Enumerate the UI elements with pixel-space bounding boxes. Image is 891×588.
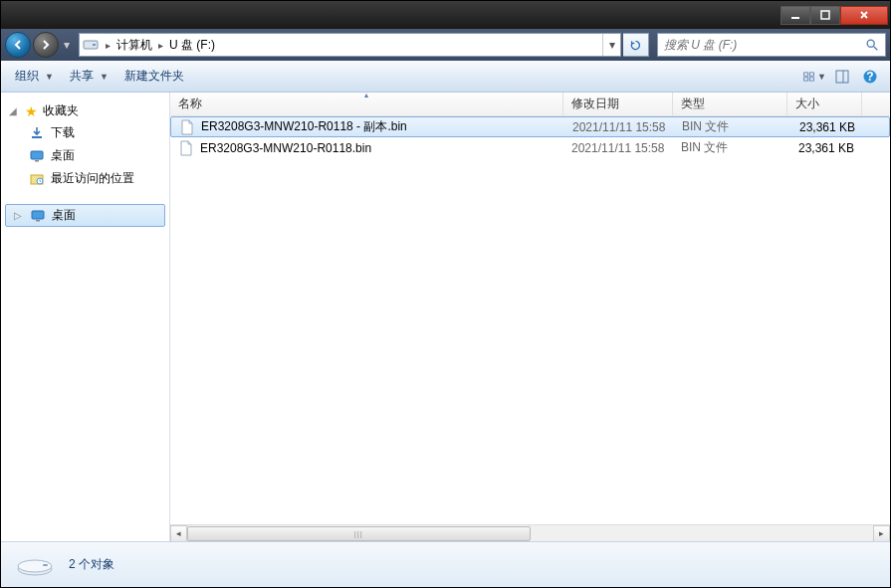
desktop-group: ▷ 桌面	[1, 204, 169, 227]
svg-text:?: ?	[866, 70, 873, 84]
close-button[interactable]	[840, 6, 888, 25]
recent-icon	[29, 171, 45, 187]
sidebar-item-label: 下载	[51, 124, 75, 141]
navigation-pane: ◢ ★ 收藏夹 下载 桌面 最近访问的位置	[1, 93, 170, 541]
search-input[interactable]	[664, 38, 865, 52]
svg-rect-14	[31, 151, 43, 159]
column-headers: 名称 修改日期 类型 大小	[170, 93, 890, 116]
search-box[interactable]	[657, 33, 886, 57]
body-area: ◢ ★ 收藏夹 下载 桌面 最近访问的位置	[1, 93, 890, 541]
column-header-date[interactable]: 修改日期	[563, 93, 673, 115]
minimize-button[interactable]	[780, 6, 810, 25]
nav-history-dropdown[interactable]: ▾	[61, 38, 73, 52]
file-icon	[179, 119, 195, 135]
drive-icon	[80, 39, 102, 51]
sidebar-item-recent[interactable]: 最近访问的位置	[1, 167, 169, 190]
share-menu[interactable]: 共享▼	[64, 65, 114, 88]
download-icon	[29, 125, 45, 141]
sidebar-item-label: 桌面	[52, 207, 76, 224]
file-type: BIN 文件	[673, 139, 787, 156]
file-row[interactable]: ER3208G3-MNW210-R0118.bin2021/11/11 15:5…	[170, 137, 890, 158]
back-button[interactable]	[5, 32, 31, 58]
column-header-type[interactable]: 类型	[673, 93, 787, 115]
file-icon	[178, 140, 194, 156]
svg-rect-3	[93, 44, 96, 46]
file-name: ER3208G3-MNW210-R0118 - 副本.bin	[201, 118, 407, 135]
search-icon	[865, 38, 879, 52]
svg-rect-5	[804, 72, 808, 75]
svg-rect-8	[809, 77, 813, 80]
star-icon: ★	[23, 103, 39, 119]
file-type: BIN 文件	[674, 118, 788, 135]
status-bar: 2 个对象	[1, 541, 890, 587]
refresh-button[interactable]	[623, 33, 649, 57]
explorer-window: ▾ ▸ 计算机 ▸ U 盘 (F:) ▾ 组织▼ 共享▼ 新建文件夹	[0, 0, 891, 588]
drive-icon	[15, 549, 55, 581]
horizontal-scrollbar: ◂ ||| ▸	[170, 524, 890, 541]
svg-rect-7	[804, 77, 808, 80]
scroll-left-button[interactable]: ◂	[170, 525, 187, 542]
desktop-icon	[29, 148, 45, 164]
file-row[interactable]: ER3208G3-MNW210-R0118 - 副本.bin2021/11/11…	[170, 116, 890, 137]
sidebar-item-desktop[interactable]: 桌面	[1, 144, 169, 167]
help-button[interactable]: ?	[858, 65, 882, 89]
sidebar-item-downloads[interactable]: 下载	[1, 121, 169, 144]
caret-icon: ▷	[14, 210, 24, 221]
svg-rect-9	[836, 71, 848, 83]
favorites-header[interactable]: ◢ ★ 收藏夹	[1, 100, 169, 121]
sidebar-item-desktop-root[interactable]: ▷ 桌面	[5, 204, 165, 227]
svg-rect-0	[791, 17, 799, 19]
svg-rect-13	[32, 136, 42, 138]
new-folder-button[interactable]: 新建文件夹	[118, 65, 190, 88]
favorites-group: ◢ ★ 收藏夹 下载 桌面 最近访问的位置	[1, 100, 169, 190]
favorites-label: 收藏夹	[43, 102, 79, 119]
address-dropdown[interactable]: ▾	[602, 34, 620, 56]
file-view: 名称 修改日期 类型 大小 ER3208G3-MNW210-R0118 - 副本…	[170, 93, 890, 541]
svg-point-4	[867, 40, 874, 47]
svg-rect-15	[35, 160, 39, 162]
title-bar	[1, 1, 890, 29]
maximize-button[interactable]	[810, 6, 840, 25]
address-bar[interactable]: ▸ 计算机 ▸ U 盘 (F:) ▾	[79, 33, 621, 57]
breadcrumb-segment-computer[interactable]: 计算机	[114, 37, 154, 54]
file-size: 23,361 KB	[788, 120, 863, 134]
command-bar: 组织▼ 共享▼ 新建文件夹 ▼ ?	[1, 61, 890, 93]
breadcrumb-root-arrow[interactable]: ▸	[104, 40, 112, 51]
organize-menu[interactable]: 组织▼	[9, 65, 60, 88]
navigation-bar: ▾ ▸ 计算机 ▸ U 盘 (F:) ▾	[1, 29, 890, 61]
preview-pane-button[interactable]	[830, 65, 854, 89]
file-date: 2021/11/11 15:58	[563, 141, 673, 155]
sidebar-item-label: 桌面	[51, 147, 75, 164]
svg-rect-1	[821, 11, 829, 19]
column-header-name[interactable]: 名称	[170, 93, 563, 115]
view-options-button[interactable]: ▼	[802, 65, 826, 89]
status-text: 2 个对象	[69, 556, 114, 573]
file-size: 23,361 KB	[787, 141, 862, 155]
forward-button[interactable]	[33, 32, 59, 58]
breadcrumb-arrow[interactable]: ▸	[156, 40, 165, 51]
file-date: 2021/11/11 15:58	[564, 120, 674, 134]
breadcrumb-segment-drive[interactable]: U 盘 (F:)	[167, 37, 217, 54]
caret-icon: ◢	[9, 105, 19, 116]
file-list[interactable]: ER3208G3-MNW210-R0118 - 副本.bin2021/11/11…	[170, 116, 890, 524]
breadcrumb: ▸ 计算机 ▸ U 盘 (F:)	[102, 37, 602, 54]
column-header-size[interactable]: 大小	[787, 93, 862, 115]
svg-rect-18	[32, 211, 44, 219]
svg-rect-22	[43, 564, 48, 566]
svg-rect-19	[36, 220, 40, 222]
scroll-track[interactable]: |||	[187, 525, 873, 542]
scroll-thumb[interactable]: |||	[187, 526, 531, 541]
scroll-right-button[interactable]: ▸	[873, 525, 890, 542]
sidebar-item-label: 最近访问的位置	[51, 170, 134, 187]
desktop-icon	[30, 208, 46, 224]
svg-rect-6	[809, 72, 813, 75]
file-name: ER3208G3-MNW210-R0118.bin	[200, 141, 371, 155]
